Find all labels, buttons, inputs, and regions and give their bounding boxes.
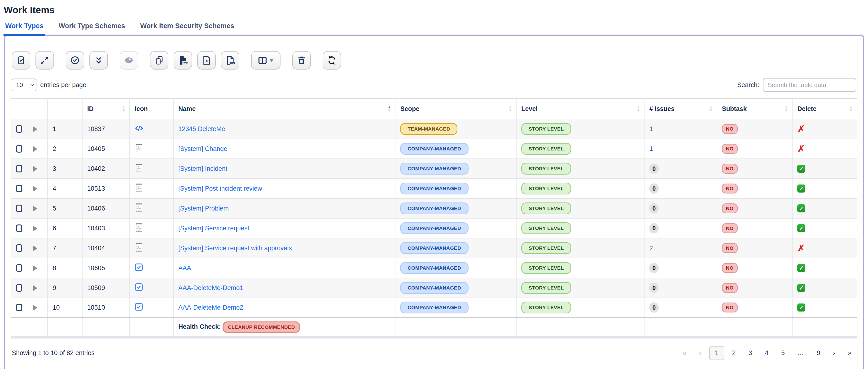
row-expand-cell xyxy=(28,198,48,218)
export-pdf-button[interactable]: PDF xyxy=(221,51,239,69)
column-header-subtask[interactable]: Subtask▲▼ xyxy=(717,99,792,119)
column-visibility-button[interactable] xyxy=(251,51,280,69)
row-level-cell: STORY LEVEL xyxy=(516,159,645,179)
scope-badge: TEAM-MANAGED xyxy=(400,123,457,135)
file-pdf-icon: PDF xyxy=(225,55,235,65)
row-checkbox[interactable] xyxy=(16,205,22,212)
row-subtask-cell: NO xyxy=(717,278,792,298)
scope-badge: COMPANY-MANAGED xyxy=(400,282,468,294)
column-header-name[interactable]: Name▲▼ xyxy=(173,99,396,119)
tab-work-item-security-schemes[interactable]: Work Item Security Schemes xyxy=(140,22,235,34)
level-badge: STORY LEVEL xyxy=(521,203,571,214)
work-type-name-link[interactable]: [System] Post-incident review xyxy=(178,185,262,192)
row-subtask-cell: NO xyxy=(717,238,792,258)
page-size-select[interactable]: 10 xyxy=(12,79,36,91)
svg-text:xxx: xxx xyxy=(138,249,141,251)
column-header--issues[interactable]: # Issues▲▼ xyxy=(644,99,717,119)
table-row: 710404 xxx[System] Service request with … xyxy=(11,238,857,258)
work-type-name-link[interactable]: AAA xyxy=(178,265,191,272)
column-header-blank xyxy=(48,99,82,119)
tab-work-type-schemes[interactable]: Work Type Schemes xyxy=(58,22,126,34)
refresh-button[interactable] xyxy=(322,51,341,69)
footer-blank-cell xyxy=(82,318,130,337)
collapse-all-button[interactable] xyxy=(89,51,108,69)
row-issues-cell: 0 xyxy=(644,298,717,318)
row-name-cell: [System] Post-incident review xyxy=(173,179,396,198)
column-header-delete[interactable]: Delete▲▼ xyxy=(792,99,857,119)
column-header-level[interactable]: Level▲▼ xyxy=(516,99,645,119)
pagination-page-2[interactable]: 2 xyxy=(727,346,741,360)
deletable-check-icon: ✓ xyxy=(797,224,805,232)
work-type-name-link[interactable]: [System] Incident xyxy=(178,165,227,172)
expand-row-icon[interactable] xyxy=(33,206,37,212)
row-checkbox[interactable] xyxy=(16,244,22,252)
pagination-page-5[interactable]: 5 xyxy=(776,346,789,360)
expand-button[interactable] xyxy=(35,51,54,69)
row-checkbox[interactable] xyxy=(16,304,22,311)
table-row: 1010510 AAA-DeleteMe-Demo2COMPANY-MANAGE… xyxy=(11,298,857,318)
row-level-cell: STORY LEVEL xyxy=(516,198,645,218)
pagination-next[interactable]: › xyxy=(828,346,840,360)
row-scope-cell: COMPANY-MANAGED xyxy=(395,179,516,198)
scope-badge: COMPANY-MANAGED xyxy=(400,183,468,194)
subtask-badge: NO xyxy=(722,124,738,134)
expand-row-icon[interactable] xyxy=(33,305,37,311)
row-level-cell: STORY LEVEL xyxy=(516,238,645,258)
issues-count: 2 xyxy=(649,245,653,252)
row-checkbox[interactable] xyxy=(16,284,22,291)
delete-selected-button[interactable] xyxy=(292,51,311,69)
expand-row-icon[interactable] xyxy=(33,246,37,251)
work-type-name-link[interactable]: 12345 DeleteMe xyxy=(178,125,225,132)
code-icon xyxy=(134,127,144,134)
pagination-last[interactable]: » xyxy=(843,346,856,360)
pagination-page-4[interactable]: 4 xyxy=(760,346,773,360)
expand-row-icon[interactable] xyxy=(33,285,37,291)
pagination-page-9[interactable]: 9 xyxy=(812,346,825,360)
row-checkbox[interactable] xyxy=(16,165,22,173)
expand-row-icon[interactable] xyxy=(33,186,37,192)
select-all-button[interactable] xyxy=(12,51,30,69)
row-number-cell: 5 xyxy=(48,198,82,218)
work-type-name-link[interactable]: AAA-DeleteMe-Demo2 xyxy=(178,304,243,311)
row-checkbox[interactable] xyxy=(16,125,22,133)
table-row: 310402 xxx[System] IncidentCOMPANY-MANAG… xyxy=(11,159,857,179)
row-scope-cell: COMPANY-MANAGED xyxy=(395,218,516,238)
expand-row-icon[interactable] xyxy=(33,226,37,231)
column-header-scope[interactable]: Scope▲▼ xyxy=(395,99,516,119)
work-type-name-link[interactable]: [System] Change xyxy=(178,145,227,152)
deletable-check-icon: ✓ xyxy=(797,165,805,173)
work-type-name-link[interactable]: [System] Problem xyxy=(178,205,229,212)
expand-row-icon[interactable] xyxy=(33,146,37,152)
search-input[interactable] xyxy=(763,78,856,92)
work-type-name-link[interactable]: AAA-DeleteMe-Demo1 xyxy=(178,284,243,291)
work-type-name-link[interactable]: [System] Service request with approvals xyxy=(178,245,292,252)
entries-per-page-label: entries per page xyxy=(40,81,86,89)
row-checkbox[interactable] xyxy=(16,185,22,192)
row-select-cell xyxy=(11,278,28,298)
row-checkbox[interactable] xyxy=(16,224,22,232)
tab-work-types[interactable]: Work Types xyxy=(5,22,44,34)
column-header-icon: Icon xyxy=(130,99,173,119)
row-issues-cell: 0 xyxy=(644,218,717,238)
expand-row-icon[interactable] xyxy=(33,166,37,172)
health-check-cell: Health Check: CLEANUP RECOMMENDED xyxy=(173,318,396,337)
column-header-id[interactable]: ID▲▼ xyxy=(82,99,130,119)
column-label: ID xyxy=(87,105,94,112)
row-checkbox[interactable] xyxy=(16,145,22,153)
copy-button[interactable] xyxy=(150,51,168,69)
scope-badge: COMPANY-MANAGED xyxy=(400,242,468,254)
export-excel-button[interactable]: x xyxy=(197,51,216,69)
expand-row-icon[interactable] xyxy=(33,266,37,271)
copy-icon xyxy=(154,56,164,65)
page-size-controls: 10 entries per page xyxy=(12,79,86,91)
row-name-cell: AAA-DeleteMe-Demo1 xyxy=(173,278,396,298)
check-selected-button[interactable] xyxy=(66,51,84,69)
expand-row-icon[interactable] xyxy=(33,126,37,132)
pagination-page-1-current[interactable]: 1 xyxy=(709,346,724,360)
work-type-name-link[interactable]: [System] Service request xyxy=(178,225,249,232)
subtask-badge: NO xyxy=(722,243,738,253)
row-checkbox[interactable] xyxy=(16,264,22,272)
pagination-page-3[interactable]: 3 xyxy=(744,346,757,360)
sort-arrows-icon: ▲▼ xyxy=(784,105,788,112)
export-csv-button[interactable]: CSV xyxy=(174,51,192,69)
